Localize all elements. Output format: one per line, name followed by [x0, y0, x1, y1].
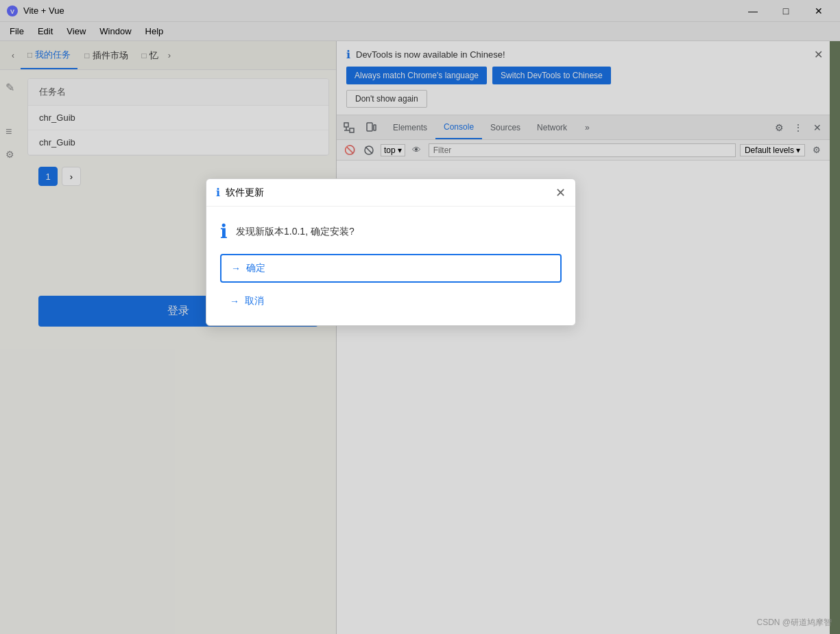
cancel-label: 取消 — [245, 295, 264, 307]
dialog-title-icon: ℹ — [216, 186, 220, 199]
dialog-cancel-button[interactable]: → 取消 — [220, 288, 562, 314]
confirm-label: 确定 — [246, 262, 265, 274]
dialog-title-bar: ℹ 软件更新 ✕ — [206, 179, 575, 207]
update-dialog: ℹ 软件更新 ✕ ℹ 发现新版本1.0.1, 确定安装? → 确定 → 取消 — [206, 178, 576, 326]
dialog-message-text: 发现新版本1.0.1, 确定安装? — [236, 226, 355, 238]
dialog-message-row: ℹ 发现新版本1.0.1, 确定安装? — [220, 220, 562, 243]
confirm-arrow: → — [231, 263, 241, 274]
dialog-message-icon: ℹ — [220, 220, 228, 243]
dialog-body: ℹ 发现新版本1.0.1, 确定安装? → 确定 → 取消 — [206, 207, 575, 325]
dialog-confirm-button[interactable]: → 确定 — [220, 254, 562, 283]
dialog-overlay: ℹ 软件更新 ✕ ℹ 发现新版本1.0.1, 确定安装? → 确定 → 取消 — [0, 0, 840, 634]
dialog-title-text: 软件更新 — [226, 187, 555, 199]
cancel-arrow: → — [230, 296, 239, 307]
dialog-close-btn[interactable]: ✕ — [555, 187, 566, 199]
